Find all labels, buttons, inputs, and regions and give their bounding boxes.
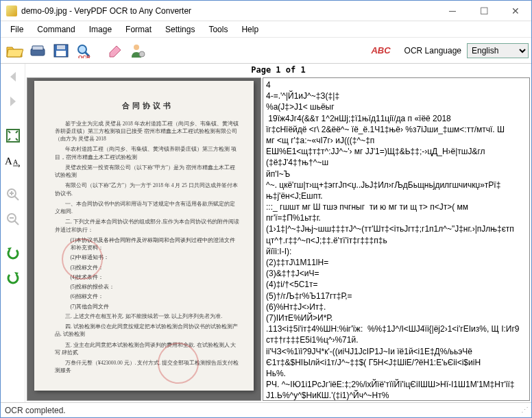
doc-title: 合同协议书 xyxy=(55,100,240,112)
magnifier-ocr-icon: OCR xyxy=(75,43,93,58)
svg-rect-4 xyxy=(56,51,66,56)
menu-tools[interactable]: Tools xyxy=(202,23,234,36)
doc-paragraph: 三. 上述文件在相互补充. 如不能接续若一致. 以上列序列先者为准. xyxy=(55,312,240,320)
window-title: demo-09.jpg - VeryPDF OCR to Any Convert… xyxy=(21,6,437,16)
fit-page-icon xyxy=(5,127,21,144)
zoom-in-icon xyxy=(5,187,21,202)
doc-paragraph: 四. 试验检测单位在此同意按规定把本试验检测合同协议书的试验检测产品. 试验检测 xyxy=(55,323,240,339)
svg-point-8 xyxy=(134,45,139,50)
user-settings-button[interactable] xyxy=(127,40,149,62)
next-page-button[interactable] xyxy=(3,91,23,112)
doc-paragraph: 年农村道路工程（尚闫乡、韦集镇、黄湾镇养耕委庄镇）第三方检测 项目，宿州市精鑫土… xyxy=(55,145,240,161)
menu-settings[interactable]: Settings xyxy=(158,23,202,36)
red-stamp-icon xyxy=(62,238,103,280)
actual-size-button[interactable]: AA xyxy=(3,150,23,171)
doc-paragraph: 灵璧农投第一投资有限公司（以下称"甲方"）是为 宿州市精鑫土木工程试验检测 xyxy=(55,164,240,180)
maximize-button[interactable]: ☐ xyxy=(468,1,500,21)
fit-page-button[interactable] xyxy=(3,125,23,146)
doc-paragraph: 鉴于业主为完成 灵璧县 2018 年农村道路工程（尚闫乡、韦集镇、黄湾镇养耕委庄… xyxy=(55,120,240,143)
rotate-right-button[interactable] xyxy=(3,268,23,288)
status-bar: OCR completed. ⋰ xyxy=(1,402,531,417)
menu-format[interactable]: Format xyxy=(119,23,158,36)
list-item: (5)投标的报价表： xyxy=(71,283,241,291)
text-size-icon: AA xyxy=(4,153,22,168)
svg-line-14 xyxy=(14,196,19,200)
side-toolbar: AA xyxy=(1,64,25,402)
resize-grip-icon[interactable]: ⋰ xyxy=(521,406,527,415)
svg-text:A: A xyxy=(5,156,12,167)
menu-image[interactable]: Image xyxy=(82,23,119,36)
doc-paragraph: 五. 业主在此同意把本试验检测合同谈判的费用和全款. 在试验检测人 大写 肆拾贰 xyxy=(55,341,240,357)
doc-paragraph: 万叁仟元整（¥423000.00 元）. 支付方式. 提交全部项工检测报告后支付… xyxy=(55,359,240,375)
abc-spellcheck-icon: ABC xyxy=(371,45,390,56)
ocr-language-label: OCR Language xyxy=(404,46,461,56)
svg-rect-3 xyxy=(57,45,65,49)
list-item: (7)其他合同文件 xyxy=(71,303,241,310)
svg-text:A: A xyxy=(13,158,19,166)
floppy-disk-icon xyxy=(52,43,70,58)
title-bar: demo-09.jpg - VeryPDF OCR to Any Convert… xyxy=(1,1,531,21)
doc-paragraph: 二. 下列文件是本合同协议书的组成部分.应作为本合同协议书的附件阅读并通过和执行… xyxy=(55,218,240,234)
page-indicator: Page 1 of 1 xyxy=(25,64,531,76)
toolbar: OCR ABC OCR Language English xyxy=(1,38,531,64)
app-icon xyxy=(6,5,17,16)
svg-point-9 xyxy=(139,51,145,57)
image-preview-pane[interactable]: 合同协议书 鉴于业主为完成 灵璧县 2018 年农村道路工程（尚闫乡、韦集镇、黄… xyxy=(27,77,261,401)
zoom-out-icon xyxy=(5,212,21,227)
ocr-output-textarea[interactable] xyxy=(263,77,530,401)
close-button[interactable]: ✕ xyxy=(500,1,531,21)
svg-rect-1 xyxy=(32,46,43,50)
ocr-button[interactable]: OCR xyxy=(73,40,95,62)
zoom-in-button[interactable] xyxy=(3,184,23,205)
save-button[interactable] xyxy=(50,40,72,62)
menu-command[interactable]: Command xyxy=(30,23,82,36)
scan-button[interactable] xyxy=(27,40,49,62)
prev-page-button[interactable] xyxy=(3,66,23,87)
menu-file[interactable]: File xyxy=(3,23,30,36)
menu-help[interactable]: Help xyxy=(234,23,265,36)
open-file-button[interactable] xyxy=(3,40,25,62)
ocr-language-select[interactable]: English xyxy=(467,43,529,58)
ocr-text-pane xyxy=(263,77,530,401)
eraser-button[interactable] xyxy=(104,40,125,62)
zoom-out-button[interactable] xyxy=(3,209,23,230)
open-folder-icon xyxy=(5,43,23,58)
scanner-icon xyxy=(29,43,47,58)
svg-line-18 xyxy=(14,221,19,225)
document-page: 合同协议书 鉴于业主为完成 灵璧县 2018 年农村道路工程（尚闫乡、韦集镇、黄… xyxy=(34,81,254,391)
minimize-button[interactable]: ─ xyxy=(437,1,468,21)
arrow-left-icon xyxy=(5,69,21,84)
list-item: (6)招标文件： xyxy=(71,293,241,300)
rotate-left-icon xyxy=(5,246,21,261)
arrow-right-icon xyxy=(5,94,21,109)
menu-bar: File Command Image Format Settings Tools… xyxy=(1,21,531,38)
rotate-right-icon xyxy=(5,271,21,286)
doc-paragraph: 有限公司（以下称"乙方"）为一方于 2018 年 4 月 25 日共同达成并签付… xyxy=(55,182,240,197)
doc-paragraph: 一、本合同协议书中的词和用语与下述规定中含有适用各款所赋定的定义相同. xyxy=(55,200,240,216)
eraser-icon xyxy=(106,43,123,58)
svg-text:OCR: OCR xyxy=(78,54,90,58)
user-gear-icon xyxy=(129,42,147,59)
red-stamp-icon xyxy=(158,343,199,384)
rotate-left-button[interactable] xyxy=(3,243,23,264)
status-text: OCR completed. xyxy=(5,406,66,415)
